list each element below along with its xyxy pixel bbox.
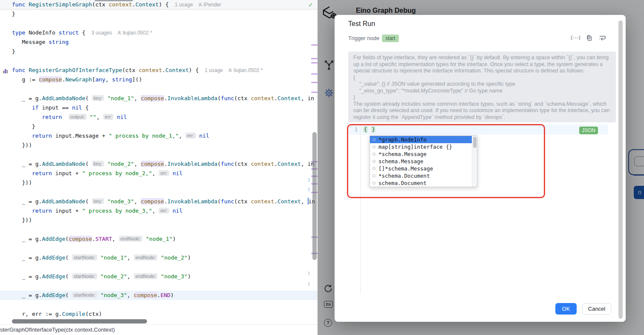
json-input-editor[interactable]: 1 { } JSON *graph.NodeInfomap[string]int… bbox=[348, 124, 608, 294]
code-line[interactable]: if input == nil { bbox=[0, 103, 318, 113]
trigger-node-row: Trigger nodestart bbox=[348, 35, 399, 42]
code-line[interactable]: _ = g.AddLambdaNode( key: "node_3", comp… bbox=[0, 197, 318, 206]
code-token: , bbox=[112, 236, 119, 242]
code-line[interactable]: } bbox=[0, 122, 318, 131]
code-token bbox=[113, 114, 117, 120]
code-token: Message bbox=[12, 39, 49, 45]
code-line[interactable] bbox=[0, 19, 318, 28]
analysis-tick bbox=[309, 271, 309, 275]
author-label: lPender bbox=[198, 2, 221, 8]
dropdown-scrollbar-thumb[interactable] bbox=[473, 137, 477, 148]
code-token: ) bbox=[170, 292, 174, 298]
code-token: ( bbox=[217, 198, 221, 205]
code-token: "node_1" bbox=[107, 95, 134, 101]
code-line[interactable] bbox=[0, 281, 318, 291]
code-line[interactable] bbox=[0, 56, 318, 66]
completion-item-label: schema.Document bbox=[378, 179, 427, 187]
completion-item-label: []*schema.Message bbox=[378, 165, 433, 172]
current-code-line[interactable]: _ = g.AddEdge( startNode: "node_3", comp… bbox=[0, 291, 318, 300]
code-line[interactable] bbox=[0, 225, 318, 234]
code-line[interactable] bbox=[0, 263, 318, 272]
code-token: 3 usages bbox=[91, 30, 112, 36]
code-token: input + bbox=[52, 170, 82, 176]
code-token: . bbox=[92, 236, 95, 242]
completion-item[interactable]: *schema.Document bbox=[370, 172, 477, 179]
code-line[interactable]: r, err := g.Compile(ctx) bbox=[0, 309, 318, 319]
code-line[interactable]: } bbox=[0, 47, 318, 56]
code-token: AddLambdaNode bbox=[42, 198, 85, 205]
code-line[interactable] bbox=[0, 150, 318, 159]
code-line[interactable]: return input + " process by node_3,", er… bbox=[0, 206, 318, 216]
code-token bbox=[142, 236, 146, 242]
completion-item[interactable]: map[string]interface {} bbox=[370, 143, 477, 150]
code-line[interactable]: })) bbox=[0, 216, 318, 225]
code-token: "node_3" bbox=[100, 292, 127, 298]
code-line[interactable] bbox=[0, 188, 318, 197]
completion-item[interactable]: schema.Message bbox=[370, 158, 477, 165]
code-line[interactable]: Message string bbox=[0, 38, 318, 47]
code-line[interactable]: return output: "", err: nil bbox=[0, 113, 318, 122]
code-line[interactable]: } bbox=[0, 9, 318, 19]
code-line[interactable] bbox=[0, 300, 318, 309]
completion-dropdown[interactable]: *graph.NodeInfomap[string]interface {}*s… bbox=[370, 136, 477, 187]
sticky-code-line[interactable]: func RegisterSimpleGraph(ctx context.Con… bbox=[0, 0, 318, 9]
braces-icon[interactable]: (⋯) bbox=[571, 35, 580, 41]
code-line[interactable] bbox=[0, 84, 318, 94]
code-token: Context bbox=[165, 67, 189, 73]
code-line[interactable] bbox=[0, 244, 318, 253]
code-area[interactable]: func RegisterSimpleGraph(ctx context.Con… bbox=[0, 0, 318, 319]
code-token: g := bbox=[12, 76, 39, 83]
code-line[interactable]: type NodeInfo struct {3 usagesliujian.05… bbox=[0, 28, 318, 38]
code-token: , bbox=[152, 170, 159, 176]
code-token: (ctx bbox=[234, 95, 251, 101]
code-line[interactable]: })) bbox=[0, 178, 318, 188]
code-token: } bbox=[12, 48, 15, 55]
copy-icon[interactable] bbox=[586, 35, 593, 41]
code-token: startNode: bbox=[72, 273, 97, 279]
code-line[interactable]: return input.Message + " process by node… bbox=[0, 131, 318, 141]
ok-button[interactable]: OK bbox=[555, 303, 577, 315]
breadcrumb-text: sterGraphOfInterfaceType(ctx context.Con… bbox=[0, 326, 115, 333]
code-token: AddEdge bbox=[42, 236, 65, 242]
code-line[interactable]: func RegisterGraphOfInterfaceType(ctx co… bbox=[0, 66, 318, 75]
code-line[interactable]: _ = g.AddEdge(compose.START, endNode: "n… bbox=[0, 234, 318, 244]
json-code-line[interactable]: { } bbox=[363, 124, 375, 135]
code-token: 1 usage bbox=[205, 67, 223, 73]
vertical-scrollbar[interactable] bbox=[312, 132, 317, 260]
completion-item[interactable]: schema.Document bbox=[370, 179, 477, 187]
code-token: compose bbox=[141, 95, 164, 101]
code-editor[interactable]: func RegisterSimpleGraph(ctx context.Con… bbox=[0, 0, 318, 335]
code-token: , bbox=[179, 133, 185, 139]
code-line[interactable]: _ = g.AddLambdaNode( key: "node_2", comp… bbox=[0, 159, 318, 169]
code-token: nil bbox=[173, 170, 182, 176]
inspections-ok-icon[interactable]: ✓ bbox=[308, 0, 313, 9]
author-label: liujian.0502 * bbox=[228, 67, 263, 73]
code-line[interactable]: return input + " process by node_2,", er… bbox=[0, 169, 318, 178]
completion-item[interactable]: *schema.Message bbox=[370, 150, 477, 158]
code-token: . bbox=[132, 1, 136, 8]
code-token: Compile bbox=[62, 311, 85, 317]
code-token: . bbox=[162, 67, 165, 73]
cancel-button[interactable]: Cancel bbox=[582, 303, 611, 315]
code-token: key: bbox=[92, 95, 104, 101]
code-line[interactable]: g := compose.NewGraph[any, string]() bbox=[0, 75, 318, 84]
code-token: , bbox=[105, 76, 112, 83]
code-line[interactable]: })) bbox=[0, 141, 318, 150]
code-token: return bbox=[32, 208, 52, 214]
code-line[interactable]: _ = g.AddEdge( startNode: "node_2", endN… bbox=[0, 272, 318, 281]
code-line[interactable]: _ = g.AddEdge( startNode: "node_1", endN… bbox=[0, 253, 318, 263]
completion-item-label: *schema.Message bbox=[378, 150, 427, 158]
revert-icon[interactable] bbox=[598, 35, 606, 41]
code-token: , bbox=[127, 254, 134, 261]
completion-item[interactable]: []*schema.Message bbox=[370, 165, 477, 172]
code-token: context bbox=[109, 1, 132, 8]
code-token: " process by node_3," bbox=[82, 208, 152, 214]
code-token: InvokableLambda bbox=[167, 95, 217, 101]
code-token: ) bbox=[173, 236, 176, 242]
completion-item[interactable]: *graph.NodeInfo bbox=[370, 136, 477, 143]
code-token: "node_2" bbox=[161, 254, 188, 261]
code-token: compose bbox=[134, 292, 157, 298]
modal-scrollbar[interactable] bbox=[618, 20, 623, 319]
horizontal-scrollbar[interactable] bbox=[12, 319, 147, 323]
code-line[interactable]: _ = g.AddLambdaNode( key: "node_1", comp… bbox=[0, 94, 318, 103]
